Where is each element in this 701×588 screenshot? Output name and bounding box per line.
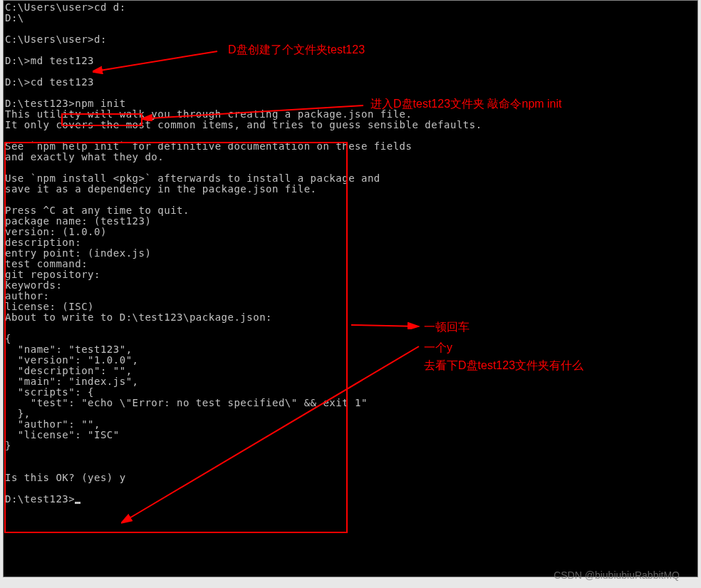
terminal-line: [5, 451, 696, 462]
terminal-line: save it as a dependency in the package.j…: [5, 184, 696, 195]
terminal-line: D:\test123>npm init: [5, 98, 696, 109]
terminal-line: [5, 130, 696, 141]
terminal-line: "test": "echo \"Error: no test specified…: [5, 398, 696, 408]
terminal-line: It only covers the most common items, an…: [5, 120, 696, 130]
terminal-line: description:: [5, 237, 696, 248]
terminal-line: This utility will walk you through creat…: [5, 109, 696, 120]
terminal-line: [5, 195, 696, 205]
terminal-line: [5, 462, 696, 473]
terminal-line: entry point: (index.js): [5, 248, 696, 259]
terminal-line: About to write to D:\test123\package.jso…: [5, 312, 696, 323]
terminal-line: See `npm help init` for definitive docum…: [5, 141, 696, 152]
terminal-line: {: [5, 334, 696, 344]
terminal-line: "scripts": {: [5, 387, 696, 398]
terminal-line: [5, 45, 696, 56]
terminal-line: [5, 323, 696, 334]
terminal-line: C:\Users\user>d:: [5, 34, 696, 45]
terminal-line: version: (1.0.0): [5, 227, 696, 237]
terminal-line: license: (ISC): [5, 301, 696, 312]
terminal-line: },: [5, 408, 696, 419]
watermark: CSDN @biubiubiuRabbitMQ: [554, 569, 680, 581]
terminal-line: Press ^C at any time to quit.: [5, 205, 696, 216]
terminal-line: "author": "",: [5, 419, 696, 430]
terminal-line: [5, 66, 696, 77]
terminal-line: [5, 88, 696, 98]
terminal-line: "main": "index.js",: [5, 376, 696, 387]
terminal-line: package name: (test123): [5, 216, 696, 227]
terminal-line: [5, 163, 696, 173]
terminal-line: Use `npm install <pkg>` afterwards to in…: [5, 173, 696, 184]
terminal-window[interactable]: C:\Users\user>cd d:D:\ C:\Users\user>d: …: [3, 0, 698, 577]
cursor: [75, 502, 81, 504]
terminal-line: [5, 483, 696, 494]
terminal-line: and exactly what they do.: [5, 152, 696, 163]
terminal-line: Is this OK? (yes) y: [5, 473, 696, 483]
terminal-line: D:\test123>: [5, 494, 696, 505]
terminal-line: "license": "ISC": [5, 430, 696, 440]
terminal-line: "name": "test123",: [5, 344, 696, 355]
terminal-line: [5, 24, 696, 34]
terminal-line: test command:: [5, 259, 696, 269]
terminal-line: author:: [5, 291, 696, 301]
terminal-line: "description": "",: [5, 366, 696, 376]
terminal-line: "version": "1.0.0",: [5, 355, 696, 366]
terminal-line: C:\Users\user>cd d:: [5, 2, 696, 13]
terminal-line: git repository:: [5, 269, 696, 280]
terminal-line: }: [5, 440, 696, 451]
terminal-line: keywords:: [5, 280, 696, 291]
terminal-line: D:\: [5, 13, 696, 24]
terminal-line: D:\>cd test123: [5, 77, 696, 88]
terminal-line: D:\>md test123: [5, 56, 696, 66]
